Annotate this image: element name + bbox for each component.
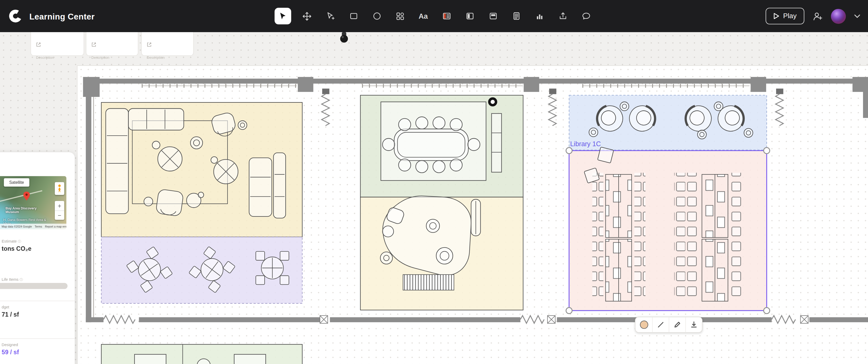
text-tool-icon: Aa — [419, 12, 428, 20]
info-icon — [18, 240, 21, 243]
room-library-classroom-selected[interactable] — [569, 147, 767, 310]
components-icon — [396, 11, 404, 21]
map-terms-link[interactable]: Terms — [35, 225, 42, 228]
section-icon — [489, 11, 497, 21]
card-label: Description — [147, 55, 193, 59]
room-lounge[interactable] — [101, 102, 302, 237]
project-title[interactable]: Learning Center — [29, 11, 95, 21]
external-link-icon — [147, 42, 152, 47]
chevron-down-icon[interactable] — [854, 14, 860, 18]
text-tool[interactable]: Aa — [416, 9, 431, 24]
play-label: Play — [783, 12, 797, 20]
info-icon — [20, 278, 23, 281]
node-select-tool[interactable] — [322, 9, 338, 24]
export-icon — [558, 11, 567, 21]
schedule-tool[interactable] — [509, 9, 524, 24]
rectangle-tool[interactable] — [346, 9, 361, 24]
frame-icon — [465, 11, 474, 21]
budget-value: 71 / sf — [2, 311, 19, 317]
map-pin-icon — [23, 191, 30, 203]
location-map[interactable]: Bay Area Discovery Museum H. Dana Bowers… — [0, 176, 66, 229]
tool-bar: Aa — [275, 8, 594, 24]
pegman-icon — [57, 184, 62, 193]
download-button[interactable] — [685, 317, 702, 332]
export-tool[interactable] — [555, 9, 570, 24]
budget-label: dget — [2, 305, 9, 309]
handle-top-left — [566, 148, 572, 154]
room-music[interactable] — [360, 196, 523, 310]
invite-user-icon[interactable] — [813, 11, 823, 21]
ellipse-tool[interactable] — [369, 9, 384, 24]
map-attribution-text: Map data ©2024 Google — [2, 225, 32, 228]
fill-color-swatch — [640, 321, 648, 329]
map-attribution: Map data ©2024 Google Terms Report a map… — [0, 223, 66, 229]
handle-top-right — [764, 148, 770, 154]
map-zoom-control: + − — [55, 201, 64, 220]
move-tool[interactable] — [300, 9, 314, 24]
schedule-icon — [512, 11, 521, 21]
play-icon — [773, 13, 779, 19]
floorplan-drawing: Library 1C — [0, 32, 868, 364]
pencil-icon — [673, 321, 682, 329]
rectangle-icon — [349, 11, 358, 21]
map-type-button[interactable]: Satellite — [4, 178, 30, 187]
chart-tool[interactable] — [532, 9, 547, 24]
designed-label: Designed — [2, 343, 18, 346]
zoom-in-button[interactable]: + — [55, 201, 64, 210]
stroke-button[interactable] — [652, 317, 669, 332]
card-label: Description — [91, 55, 138, 59]
room-bottom[interactable] — [101, 344, 302, 364]
life-items-label: Life Items — [2, 277, 23, 282]
design-canvas[interactable]: Description Description Description — [0, 32, 868, 364]
divider — [0, 338, 75, 339]
section-tool[interactable] — [485, 9, 500, 24]
designed-value: 59 / sf — [2, 349, 19, 355]
map-poi-label: Bay Area Discovery Museum — [5, 207, 40, 214]
app-window: Learning Center — [0, 0, 868, 364]
room-label-library[interactable]: Library 1C — [570, 140, 601, 148]
move-icon — [302, 11, 312, 21]
room-dining-zone[interactable] — [101, 235, 306, 303]
download-icon — [690, 321, 698, 329]
card-label: Description — [36, 55, 84, 59]
handle-bottom-right — [764, 308, 770, 314]
draw-button[interactable] — [669, 317, 685, 332]
materials-tool[interactable] — [439, 9, 454, 24]
ellipse-icon — [372, 11, 381, 21]
pin-object[interactable] — [340, 32, 348, 43]
external-link-icon — [91, 42, 96, 47]
map-report-link[interactable]: Report a map error — [45, 225, 67, 228]
play-button[interactable]: Play — [765, 8, 804, 24]
chart-icon — [535, 11, 544, 21]
comment-icon — [582, 11, 590, 21]
estimate-label: Estimate — [2, 239, 21, 244]
stroke-line-icon — [656, 321, 665, 329]
screenshot-viewport: Learning Center — [0, 0, 868, 364]
frame-tool[interactable] — [462, 9, 477, 24]
node-cursor-icon — [326, 11, 335, 21]
life-items-progress — [0, 283, 67, 289]
pegman-control[interactable] — [55, 182, 64, 195]
topbar: Learning Center — [0, 0, 868, 32]
divider — [0, 301, 75, 301]
project-info-panel: Bay Area Discovery Museum H. Dana Bowers… — [0, 152, 75, 364]
app-logo-icon[interactable] — [9, 9, 22, 23]
components-tool[interactable] — [393, 9, 407, 24]
selection-toolbar — [635, 316, 702, 333]
materials-icon — [442, 11, 451, 21]
external-link-icon — [36, 42, 41, 47]
handle-bottom-left — [566, 308, 572, 314]
select-tool[interactable] — [275, 8, 291, 24]
comment-tool[interactable] — [579, 9, 594, 24]
room-conference[interactable] — [360, 95, 523, 197]
cursor-icon — [278, 11, 287, 21]
door-knob-symbol — [489, 98, 496, 105]
estimate-value: tons CO₂e — [2, 245, 31, 252]
zoom-out-button[interactable]: − — [55, 210, 64, 220]
fill-swatch-button[interactable] — [636, 317, 652, 332]
map-road — [0, 190, 42, 207]
user-avatar[interactable] — [831, 9, 846, 24]
